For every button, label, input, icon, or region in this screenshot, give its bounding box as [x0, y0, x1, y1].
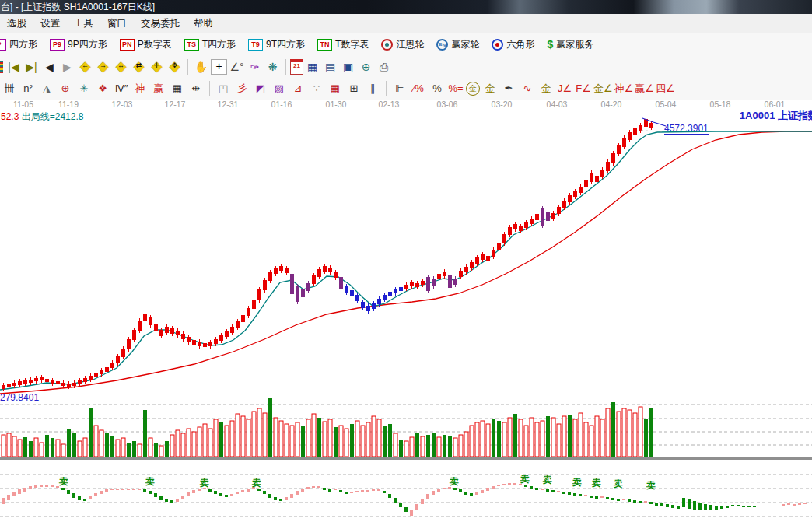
print-icon[interactable]: ⎙	[376, 59, 392, 75]
scale-icon[interactable]: ⊫	[391, 81, 408, 96]
last-bar-icon[interactable]: ▶|	[23, 59, 40, 75]
sell-marker: 卖	[199, 477, 210, 490]
menu-help[interactable]: 帮助	[187, 15, 220, 33]
iv-marks-icon[interactable]: Ⅳ″	[113, 81, 130, 96]
wave-icon[interactable]: ∿	[519, 81, 536, 96]
volume-bar	[170, 435, 174, 457]
indicator-mark	[508, 483, 511, 485]
first-bar-icon[interactable]: |◀	[5, 59, 22, 75]
percent-slash-icon[interactable]: ∕%	[410, 81, 427, 96]
p-square-button[interactable]: P四方形	[0, 38, 37, 51]
next-bar-icon[interactable]: ▶	[59, 59, 75, 75]
span-arrows-icon[interactable]: ⇹	[187, 81, 205, 96]
indicator-mark	[399, 503, 402, 507]
chart-area[interactable]: 52.3 出局线=2412.8 1A0001 上证指数 4572.3901 27…	[0, 110, 812, 529]
expand-vertical-icon[interactable]: ◆✛	[149, 59, 165, 75]
candle-body	[355, 295, 359, 301]
save-icon[interactable]: ▣	[340, 59, 356, 75]
calculator-icon[interactable]: ▦	[304, 59, 320, 75]
t-square-button[interactable]: TST四方形	[184, 38, 236, 51]
f-angle-icon[interactable]: F∠	[575, 81, 592, 96]
shift-left-icon[interactable]: ◆←	[77, 59, 93, 75]
volume-bar	[328, 419, 332, 457]
volume-bar	[448, 436, 452, 457]
indicator-mark	[644, 501, 647, 503]
volume-bar	[317, 418, 321, 457]
menu-tools[interactable]: 工具	[67, 15, 100, 33]
comb-lines-icon[interactable]: 卌	[1, 81, 18, 96]
candle-body	[296, 286, 299, 302]
menu-trade-order[interactable]: 交易委托	[134, 15, 187, 33]
stretch-horizontal-icon[interactable]: ◆↔	[113, 59, 129, 75]
volume-bar	[247, 419, 250, 457]
ray-box-icon[interactable]: ▨	[271, 81, 288, 96]
date-tick: 03-06	[437, 100, 458, 109]
crosshair-icon[interactable]: +	[211, 59, 227, 75]
gold-circle-icon[interactable]: 金	[466, 82, 480, 96]
dotted-v-icon[interactable]: ∵	[308, 81, 325, 96]
p9-square-button[interactable]: P99P四方形	[50, 38, 107, 51]
menu-window[interactable]: 窗口	[100, 15, 134, 33]
candle-body	[18, 381, 22, 385]
shen-angle-icon[interactable]: 神∠	[614, 81, 634, 96]
volume-bar	[557, 424, 561, 457]
gold-angle-icon[interactable]: 金∠	[593, 81, 613, 96]
shift-right-icon[interactable]: ◆→	[95, 59, 111, 75]
gold-lines2-icon[interactable]: 金	[537, 81, 555, 96]
indicator-mark	[595, 496, 598, 499]
volume-bar	[530, 418, 534, 457]
ying-grid-icon[interactable]: 赢	[150, 81, 167, 96]
gann-wheel-button[interactable]: 江恩轮	[381, 38, 424, 51]
ink-pen-icon[interactable]: ✒	[500, 81, 517, 96]
hexagon-button[interactable]: 六角形	[492, 38, 534, 51]
pan-hand-icon[interactable]: ✋	[193, 59, 209, 75]
volume-bar	[426, 435, 430, 457]
winner-service-button[interactable]: $赢家服务	[547, 38, 593, 51]
angle-a-icon[interactable]: ◮	[38, 81, 55, 96]
angle-measure-icon[interactable]: ∠°	[229, 59, 245, 75]
gold-line-icon[interactable]: 金	[481, 81, 499, 96]
candle-body	[51, 380, 54, 384]
grid-123-icon[interactable]: ▦	[169, 81, 186, 96]
candle-body	[345, 286, 348, 293]
fan-lines-icon[interactable]: ⊿	[289, 81, 306, 96]
parallel-lines-icon[interactable]: ∥	[364, 81, 381, 96]
t-digit-table-button[interactable]: TNT数字表	[317, 38, 369, 51]
winner-wheel-button[interactable]: Big赢家轮	[436, 38, 479, 51]
box-grid-icon[interactable]: ◰	[215, 81, 232, 96]
percent-icon[interactable]: %	[429, 81, 446, 96]
volume-bar	[296, 422, 299, 457]
candle-body	[12, 383, 16, 386]
grid-arrow-icon[interactable]: ⊞	[345, 81, 362, 96]
compass-circle-icon[interactable]: ⊕	[57, 81, 74, 96]
menu-settings[interactable]: 设置	[33, 15, 67, 33]
fan-box-icon[interactable]: ◩	[252, 81, 269, 96]
candle-body	[579, 187, 583, 193]
knot-tool-icon[interactable]: ❋	[264, 59, 281, 75]
si-angle-icon[interactable]: 四∠	[656, 81, 675, 96]
ying-angle-icon[interactable]: 赢∠	[635, 81, 654, 96]
notes-icon[interactable]: ▤	[322, 59, 338, 75]
mini-chart-icon[interactable]	[0, 61, 3, 73]
star-wheel-icon[interactable]: ✳	[75, 81, 93, 96]
menu-stock-pick[interactable]: 选股	[0, 15, 33, 33]
shen-grid-icon[interactable]: 神	[131, 81, 149, 96]
grid-target-icon[interactable]: ❖	[94, 81, 111, 96]
dense-grid-icon[interactable]: ▦	[327, 81, 344, 96]
compress-horizontal-icon[interactable]: ◆⇄	[131, 59, 147, 75]
web-icon[interactable]: ⊕	[358, 59, 374, 75]
expand-all-icon[interactable]: ◆✥	[166, 59, 183, 75]
calendar-icon[interactable]: 21	[290, 59, 303, 75]
t9-square-button[interactable]: T99T四方形	[248, 38, 305, 51]
candle-body	[541, 208, 544, 226]
j-angle-icon[interactable]: J∠	[556, 81, 573, 96]
red-fan-icon[interactable]: 彡	[233, 81, 250, 96]
percent-lines-icon[interactable]: %=	[447, 81, 464, 96]
p-digit-table-button[interactable]: PNP数字表	[120, 38, 172, 51]
candle-body	[606, 162, 610, 171]
n-squared-icon[interactable]: n²	[19, 81, 37, 96]
candle-body	[290, 274, 294, 294]
gann-pen-icon[interactable]: ✑	[247, 59, 263, 75]
prev-bar-icon[interactable]: ◀	[41, 59, 58, 75]
kline-canvas[interactable]	[0, 110, 812, 529]
